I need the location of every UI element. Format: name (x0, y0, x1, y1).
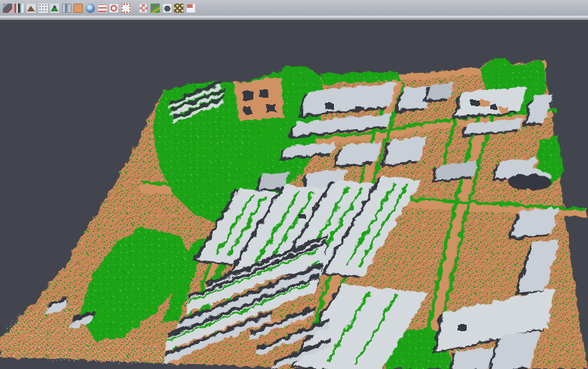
profile-button[interactable] (61, 1, 72, 14)
point-cloud-render (0, 20, 588, 369)
cube-button[interactable] (2, 1, 13, 14)
extent-icon (121, 4, 131, 13)
pit (508, 174, 551, 190)
contours-icon (98, 4, 107, 13)
ortho-button[interactable] (73, 1, 83, 14)
move-button[interactable] (14, 1, 24, 14)
raster-grid-button[interactable] (138, 1, 149, 14)
ortho-icon (74, 4, 83, 13)
flag-button[interactable] (186, 1, 196, 14)
mesh-button[interactable] (162, 1, 173, 14)
roof-speck (500, 107, 508, 113)
extent-button[interactable] (121, 1, 131, 14)
move-icon (14, 4, 24, 13)
roof-speck (491, 106, 498, 110)
markers-button[interactable] (173, 1, 184, 14)
roof-speck (471, 100, 480, 106)
globe-button[interactable] (85, 1, 96, 14)
dem-icon (26, 4, 36, 13)
roof-speck (357, 107, 364, 111)
terrain-button[interactable] (49, 1, 60, 14)
viewport-3d[interactable] (0, 20, 588, 369)
small-structure (244, 107, 252, 113)
mesh-icon (163, 4, 172, 13)
raster-grid-icon (139, 4, 148, 13)
small-structure (243, 91, 253, 101)
flag-icon (186, 4, 196, 13)
application-window (0, 0, 588, 369)
circle-select-button[interactable] (108, 1, 119, 14)
terrain-icon (50, 4, 59, 13)
profile-icon (62, 4, 71, 13)
bare-ground-patch (234, 77, 284, 121)
markers-icon (174, 4, 183, 13)
classification-button[interactable] (150, 1, 161, 14)
toolbar (0, 0, 588, 16)
classification-icon (151, 4, 160, 13)
globe-icon (86, 4, 95, 13)
roof-speck (457, 325, 467, 330)
cube-icon (3, 4, 12, 13)
roof-speck (298, 214, 305, 218)
contours-button[interactable] (97, 1, 108, 14)
dem-button[interactable] (26, 1, 36, 14)
small-structure (265, 104, 276, 112)
points-button[interactable] (38, 1, 49, 14)
circle-select-icon (109, 4, 118, 13)
roof-speck (325, 103, 333, 109)
roof-speck (480, 100, 490, 106)
small-structure (259, 90, 268, 98)
points-icon (39, 4, 48, 13)
